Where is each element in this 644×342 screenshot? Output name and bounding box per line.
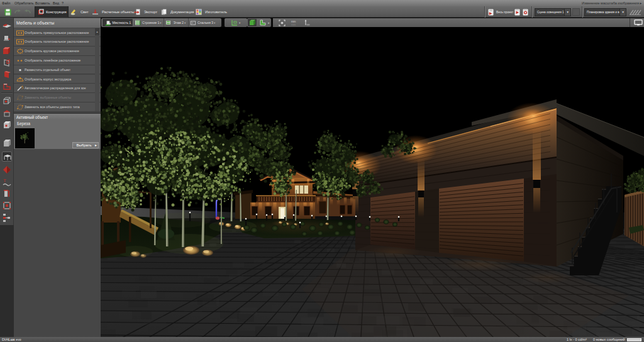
svg-text:mm: mm: [291, 23, 296, 26]
svg-text:T: T: [3, 178, 6, 184]
svg-text:mm: mm: [291, 19, 296, 23]
